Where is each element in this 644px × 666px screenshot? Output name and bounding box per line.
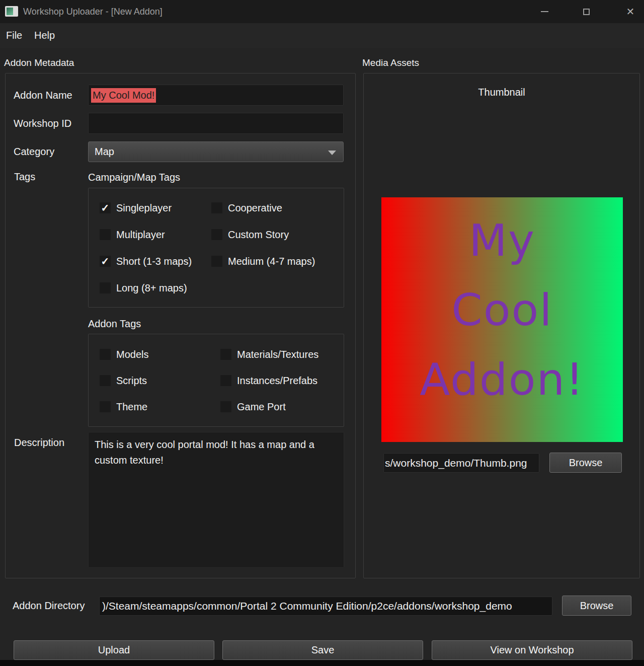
checkbox-label: Instances/Prefabs — [237, 375, 317, 387]
checkbox-unchecked-icon[interactable] — [100, 401, 111, 412]
checkbox-unchecked-icon[interactable] — [100, 375, 111, 386]
addon-name-label: Addon Name — [14, 90, 72, 101]
addon-name-input[interactable]: My Cool Mod! — [88, 85, 344, 106]
close-icon: ✕ — [626, 6, 635, 18]
thumbnail-label: Thumbnail — [363, 87, 640, 98]
upload-button[interactable]: Upload — [14, 640, 214, 660]
addon-tags-title: Addon Tags — [88, 318, 141, 330]
minimize-button[interactable] — [533, 0, 556, 23]
addon-name-value: My Cool Mod! — [91, 88, 156, 103]
description-textarea[interactable]: This is a very cool portal mod! It has a… — [88, 432, 344, 568]
checkbox-unchecked-icon[interactable] — [100, 349, 111, 360]
addon-metadata-title: Addon Metadata — [4, 57, 74, 68]
thumbnail-path-value: s/workshop_demo/Thumb.png — [385, 457, 527, 469]
thumbnail-text-line: My — [469, 218, 535, 263]
checkbox-label: Theme — [116, 401, 147, 413]
checkbox-unchecked-icon[interactable] — [211, 256, 222, 267]
thumbnail-image: My Cool Addon! — [381, 197, 623, 442]
maximize-icon — [583, 9, 590, 15]
close-button[interactable]: ✕ — [619, 0, 642, 23]
campaign-tags-list: ✓SingleplayerCooperativeMultiplayerCusto… — [100, 202, 336, 309]
checkbox-label: Custom Story — [228, 229, 289, 241]
checkbox-unchecked-icon[interactable] — [220, 401, 231, 412]
checkbox-item-cooperative[interactable]: Cooperative — [211, 202, 336, 213]
thumbnail-text-line: Addon! — [420, 357, 584, 402]
category-value: Map — [95, 146, 114, 158]
checkbox-unchecked-icon[interactable] — [100, 229, 111, 240]
checkbox-label: Cooperative — [228, 202, 282, 214]
workshop-id-input[interactable] — [88, 113, 344, 134]
checkbox-unchecked-icon[interactable] — [211, 202, 222, 213]
window-bottom-edge — [0, 660, 644, 666]
directory-browse-button[interactable]: Browse — [562, 596, 631, 616]
checkbox-unchecked-icon[interactable] — [100, 282, 111, 293]
checkbox-item-singleplayer[interactable]: ✓Singleplayer — [100, 202, 211, 213]
window-title: Workshop Uploader - [New Addon] — [23, 0, 163, 23]
checkbox-item-materials-textures[interactable]: Materials/Textures — [220, 349, 336, 360]
minimize-icon — [541, 11, 548, 12]
checkbox-label: Game Port — [237, 401, 286, 413]
checkbox-unchecked-icon[interactable] — [220, 349, 231, 360]
checkbox-label: Scripts — [116, 375, 147, 387]
view-on-workshop-button[interactable]: View on Workshop — [432, 640, 632, 660]
checkbox-label: Long (8+ maps) — [116, 282, 187, 294]
checkbox-item-theme[interactable]: Theme — [100, 401, 220, 412]
checkbox-label: Materials/Textures — [237, 349, 318, 360]
checkbox-checked-icon[interactable]: ✓ — [100, 256, 111, 267]
maximize-button[interactable] — [575, 0, 598, 23]
category-label: Category — [14, 146, 54, 158]
addon-directory-input[interactable]: )/Steam/steamapps/common/Portal 2 Commun… — [99, 597, 552, 616]
thumbnail-browse-button[interactable]: Browse — [549, 453, 622, 473]
checkbox-item-medium-4-7-maps[interactable]: Medium (4-7 maps) — [211, 256, 336, 267]
checkbox-item-instances-prefabs[interactable]: Instances/Prefabs — [220, 375, 336, 386]
description-label: Description — [14, 437, 64, 449]
checkbox-unchecked-icon[interactable] — [211, 229, 222, 240]
checkbox-label: Models — [116, 349, 148, 360]
checkbox-item-game-port[interactable]: Game Port — [220, 401, 336, 412]
workshop-id-label: Workshop ID — [14, 118, 71, 129]
workshop-uploader-window: Workshop Uploader - [New Addon] ✕ File H… — [0, 0, 644, 666]
addon-directory-label: Addon Directory — [13, 600, 85, 612]
checkbox-item-models[interactable]: Models — [100, 349, 220, 360]
title-bar: Workshop Uploader - [New Addon] ✕ — [0, 0, 644, 23]
checkbox-item-long-8-maps[interactable]: Long (8+ maps) — [100, 282, 211, 293]
menu-bar: File Help — [0, 23, 644, 48]
app-icon — [5, 6, 18, 17]
tags-label: Tags — [14, 171, 35, 183]
menu-file[interactable]: File — [3, 23, 25, 48]
checkbox-item-custom-story[interactable]: Custom Story — [211, 229, 336, 240]
checkbox-label: Short (1-3 maps) — [116, 256, 192, 267]
checkbox-item-short-1-3-maps[interactable]: ✓Short (1-3 maps) — [100, 256, 211, 267]
media-assets-title: Media Assets — [362, 57, 419, 68]
checkbox-item-multiplayer[interactable]: Multiplayer — [100, 229, 211, 240]
checkbox-label: Singleplayer — [116, 202, 172, 214]
addon-directory-value: )/Steam/steamapps/common/Portal 2 Commun… — [102, 600, 512, 612]
chevron-down-icon — [328, 151, 336, 155]
save-button[interactable]: Save — [222, 640, 423, 660]
checkbox-item-scripts[interactable]: Scripts — [100, 375, 220, 386]
checkbox-label: Medium (4-7 maps) — [228, 256, 315, 267]
thumbnail-text-line: Cool — [451, 288, 553, 332]
menu-help[interactable]: Help — [31, 23, 58, 48]
checkbox-unchecked-icon[interactable] — [220, 375, 231, 386]
checkbox-checked-icon[interactable]: ✓ — [100, 202, 111, 213]
thumbnail-path-input[interactable]: s/workshop_demo/Thumb.png — [383, 453, 539, 473]
category-dropdown[interactable]: Map — [88, 141, 344, 162]
campaign-tags-title: Campaign/Map Tags — [88, 172, 180, 183]
checkbox-label: Multiplayer — [116, 229, 165, 241]
addon-tags-list: ModelsMaterials/TexturesScriptsInstances… — [100, 349, 336, 427]
